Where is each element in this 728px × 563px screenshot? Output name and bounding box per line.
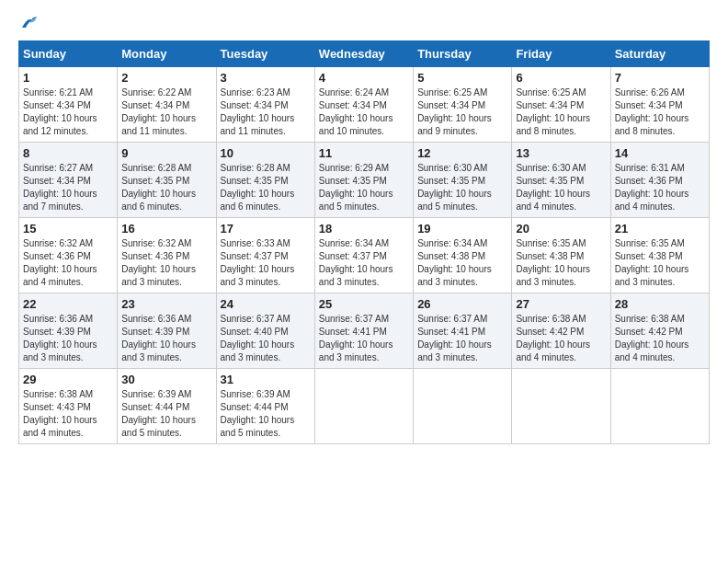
calendar-day-cell: 25 Sunrise: 6:37 AM Sunset: 4:41 PM Dayl…	[314, 293, 413, 369]
day-info: Sunrise: 6:36 AM Sunset: 4:39 PM Dayligh…	[23, 313, 113, 364]
calendar-day-cell: 20 Sunrise: 6:35 AM Sunset: 4:38 PM Dayl…	[512, 218, 610, 293]
day-number: 8	[23, 146, 113, 160]
calendar-day-cell: 15 Sunrise: 6:32 AM Sunset: 4:36 PM Dayl…	[19, 218, 118, 293]
day-number: 16	[121, 222, 211, 236]
day-info: Sunrise: 6:30 AM Sunset: 4:35 PM Dayligh…	[516, 162, 606, 213]
day-of-week-header: Monday	[118, 41, 216, 67]
day-number: 31	[221, 373, 311, 386]
calendar-day-cell: 27 Sunrise: 6:38 AM Sunset: 4:42 PM Dayl…	[512, 293, 610, 369]
day-number: 28	[615, 297, 705, 311]
day-number: 19	[417, 222, 507, 236]
day-number: 9	[121, 146, 211, 160]
calendar-week-row: 8 Sunrise: 6:27 AM Sunset: 4:34 PM Dayli…	[19, 143, 710, 218]
day-info: Sunrise: 6:32 AM Sunset: 4:36 PM Dayligh…	[121, 237, 211, 289]
day-number: 12	[417, 146, 507, 160]
day-info: Sunrise: 6:30 AM Sunset: 4:35 PM Dayligh…	[417, 162, 507, 213]
calendar-day-cell	[610, 369, 709, 444]
logo-bird-icon	[20, 15, 40, 31]
calendar-day-cell: 13 Sunrise: 6:30 AM Sunset: 4:35 PM Dayl…	[512, 143, 610, 218]
day-info: Sunrise: 6:38 AM Sunset: 4:43 PM Dayligh…	[23, 388, 113, 440]
calendar-week-row: 1 Sunrise: 6:21 AM Sunset: 4:34 PM Dayli…	[19, 67, 710, 143]
calendar-day-cell: 31 Sunrise: 6:39 AM Sunset: 4:44 PM Dayl…	[216, 369, 314, 444]
day-number: 26	[417, 297, 507, 311]
day-info: Sunrise: 6:24 AM Sunset: 4:34 PM Dayligh…	[319, 86, 409, 138]
day-number: 5	[417, 71, 507, 85]
day-of-week-header: Thursday	[414, 41, 512, 67]
day-info: Sunrise: 6:35 AM Sunset: 4:38 PM Dayligh…	[516, 237, 606, 289]
day-number: 27	[516, 297, 606, 311]
calendar-day-cell	[512, 369, 610, 444]
calendar-day-cell: 24 Sunrise: 6:37 AM Sunset: 4:40 PM Dayl…	[216, 293, 314, 369]
day-info: Sunrise: 6:28 AM Sunset: 4:35 PM Dayligh…	[221, 162, 311, 213]
day-info: Sunrise: 6:34 AM Sunset: 4:38 PM Dayligh…	[417, 237, 507, 289]
day-info: Sunrise: 6:38 AM Sunset: 4:42 PM Dayligh…	[615, 313, 705, 364]
calendar-day-cell: 26 Sunrise: 6:37 AM Sunset: 4:41 PM Dayl…	[414, 293, 512, 369]
day-number: 20	[516, 222, 606, 236]
calendar-header-row: SundayMondayTuesdayWednesdayThursdayFrid…	[19, 41, 710, 67]
day-info: Sunrise: 6:25 AM Sunset: 4:34 PM Dayligh…	[516, 86, 606, 138]
day-info: Sunrise: 6:29 AM Sunset: 4:35 PM Dayligh…	[319, 162, 409, 213]
day-info: Sunrise: 6:27 AM Sunset: 4:34 PM Dayligh…	[23, 162, 113, 213]
calendar-week-row: 15 Sunrise: 6:32 AM Sunset: 4:36 PM Dayl…	[19, 218, 710, 293]
day-info: Sunrise: 6:25 AM Sunset: 4:34 PM Dayligh…	[417, 86, 507, 138]
day-info: Sunrise: 6:37 AM Sunset: 4:40 PM Dayligh…	[221, 313, 311, 364]
day-number: 11	[319, 146, 409, 160]
calendar-day-cell: 3 Sunrise: 6:23 AM Sunset: 4:34 PM Dayli…	[216, 67, 314, 143]
calendar-day-cell: 30 Sunrise: 6:39 AM Sunset: 4:44 PM Dayl…	[118, 369, 216, 444]
calendar-day-cell: 5 Sunrise: 6:25 AM Sunset: 4:34 PM Dayli…	[414, 67, 512, 143]
day-number: 2	[121, 71, 211, 85]
calendar-day-cell	[414, 369, 512, 444]
day-number: 3	[221, 71, 311, 85]
calendar-week-row: 29 Sunrise: 6:38 AM Sunset: 4:43 PM Dayl…	[19, 369, 710, 444]
day-number: 24	[221, 297, 311, 311]
calendar-day-cell: 17 Sunrise: 6:33 AM Sunset: 4:37 PM Dayl…	[216, 218, 314, 293]
calendar-week-row: 22 Sunrise: 6:36 AM Sunset: 4:39 PM Dayl…	[19, 293, 710, 369]
day-number: 7	[615, 71, 705, 85]
calendar-day-cell: 7 Sunrise: 6:26 AM Sunset: 4:34 PM Dayli…	[610, 67, 709, 143]
day-info: Sunrise: 6:39 AM Sunset: 4:44 PM Dayligh…	[221, 388, 311, 440]
calendar-day-cell: 19 Sunrise: 6:34 AM Sunset: 4:38 PM Dayl…	[414, 218, 512, 293]
calendar-day-cell: 21 Sunrise: 6:35 AM Sunset: 4:38 PM Dayl…	[610, 218, 709, 293]
day-of-week-header: Saturday	[610, 41, 709, 67]
day-info: Sunrise: 6:22 AM Sunset: 4:34 PM Dayligh…	[121, 86, 211, 138]
day-number: 6	[516, 71, 606, 85]
calendar-day-cell: 4 Sunrise: 6:24 AM Sunset: 4:34 PM Dayli…	[314, 67, 413, 143]
day-info: Sunrise: 6:31 AM Sunset: 4:36 PM Dayligh…	[615, 162, 705, 213]
day-number: 18	[319, 222, 409, 236]
day-number: 14	[615, 146, 705, 160]
day-info: Sunrise: 6:32 AM Sunset: 4:36 PM Dayligh…	[23, 237, 113, 289]
day-info: Sunrise: 6:34 AM Sunset: 4:37 PM Dayligh…	[319, 237, 409, 289]
day-number: 29	[23, 373, 113, 386]
calendar-day-cell: 16 Sunrise: 6:32 AM Sunset: 4:36 PM Dayl…	[118, 218, 216, 293]
day-info: Sunrise: 6:35 AM Sunset: 4:38 PM Dayligh…	[615, 237, 705, 289]
day-info: Sunrise: 6:21 AM Sunset: 4:34 PM Dayligh…	[23, 86, 113, 138]
day-number: 22	[23, 297, 113, 311]
day-info: Sunrise: 6:28 AM Sunset: 4:35 PM Dayligh…	[121, 162, 211, 213]
day-info: Sunrise: 6:36 AM Sunset: 4:39 PM Dayligh…	[121, 313, 211, 364]
calendar-day-cell: 14 Sunrise: 6:31 AM Sunset: 4:36 PM Dayl…	[610, 143, 709, 218]
calendar-day-cell: 11 Sunrise: 6:29 AM Sunset: 4:35 PM Dayl…	[314, 143, 413, 218]
day-number: 21	[615, 222, 705, 236]
calendar-day-cell: 6 Sunrise: 6:25 AM Sunset: 4:34 PM Dayli…	[512, 67, 610, 143]
day-of-week-header: Wednesday	[314, 41, 413, 67]
day-info: Sunrise: 6:39 AM Sunset: 4:44 PM Dayligh…	[121, 388, 211, 440]
calendar-day-cell: 23 Sunrise: 6:36 AM Sunset: 4:39 PM Dayl…	[118, 293, 216, 369]
calendar-day-cell: 18 Sunrise: 6:34 AM Sunset: 4:37 PM Dayl…	[314, 218, 413, 293]
logo	[18, 18, 40, 31]
day-number: 23	[121, 297, 211, 311]
calendar-day-cell: 22 Sunrise: 6:36 AM Sunset: 4:39 PM Dayl…	[19, 293, 118, 369]
calendar-day-cell: 12 Sunrise: 6:30 AM Sunset: 4:35 PM Dayl…	[414, 143, 512, 218]
day-number: 4	[319, 71, 409, 85]
day-info: Sunrise: 6:26 AM Sunset: 4:34 PM Dayligh…	[615, 86, 705, 138]
day-info: Sunrise: 6:23 AM Sunset: 4:34 PM Dayligh…	[221, 86, 311, 138]
day-number: 1	[23, 71, 113, 85]
calendar-day-cell: 9 Sunrise: 6:28 AM Sunset: 4:35 PM Dayli…	[118, 143, 216, 218]
page-header	[18, 18, 710, 31]
day-number: 10	[221, 146, 311, 160]
day-info: Sunrise: 6:37 AM Sunset: 4:41 PM Dayligh…	[319, 313, 409, 364]
day-info: Sunrise: 6:38 AM Sunset: 4:42 PM Dayligh…	[516, 313, 606, 364]
day-number: 13	[516, 146, 606, 160]
day-of-week-header: Sunday	[19, 41, 118, 67]
day-of-week-header: Friday	[512, 41, 610, 67]
calendar-day-cell: 8 Sunrise: 6:27 AM Sunset: 4:34 PM Dayli…	[19, 143, 118, 218]
